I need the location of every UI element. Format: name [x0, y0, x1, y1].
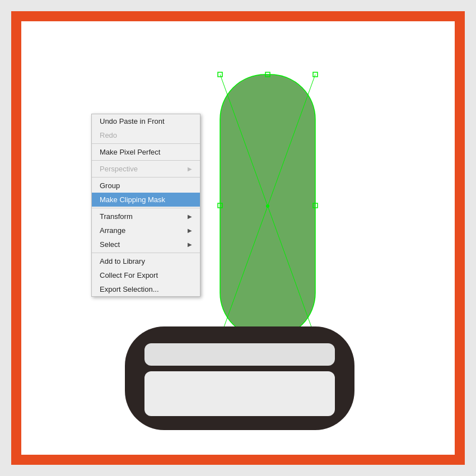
menu-item-make-clipping-mask[interactable]: Make Clipping Mask — [92, 193, 200, 207]
menu-item-arrange[interactable]: Arrange▶ — [92, 223, 200, 237]
menu-item-redo[interactable]: Redo — [92, 128, 200, 142]
context-menu: Undo Paste in FrontRedoMake Pixel Perfec… — [91, 114, 200, 297]
menu-separator — [92, 177, 200, 178]
menu-item-undo[interactable]: Undo Paste in Front — [92, 114, 200, 128]
menu-separator — [92, 208, 200, 208]
outer-border: Undo Paste in FrontRedoMake Pixel Perfec… — [11, 11, 465, 465]
illustration — [21, 21, 455, 455]
menu-item-label: Add to Library — [100, 257, 145, 265]
submenu-arrow-icon: ▶ — [188, 166, 192, 172]
svg-point-12 — [266, 204, 269, 208]
menu-item-label: Make Clipping Mask — [100, 195, 165, 204]
inner-canvas: Undo Paste in FrontRedoMake Pixel Perfec… — [21, 21, 455, 455]
menu-item-perspective[interactable]: Perspective▶ — [92, 162, 200, 176]
svg-rect-15 — [144, 371, 335, 416]
menu-item-label: Export Selection... — [100, 285, 159, 293]
menu-item-label: Undo Paste in Front — [100, 117, 165, 125]
submenu-arrow-icon: ▶ — [188, 213, 192, 220]
menu-item-group[interactable]: Group — [92, 179, 200, 193]
menu-item-label: Group — [100, 181, 120, 190]
menu-separator — [92, 143, 200, 144]
menu-item-label: Transform — [100, 212, 133, 221]
menu-item-make-pixel-perfect[interactable]: Make Pixel Perfect — [92, 145, 200, 159]
svg-rect-14 — [144, 343, 335, 366]
menu-item-label: Redo — [100, 131, 117, 139]
menu-item-collect-for-export[interactable]: Collect For Export — [92, 268, 200, 282]
submenu-arrow-icon: ▶ — [188, 227, 192, 234]
menu-item-label: Select — [100, 240, 120, 249]
menu-separator — [92, 160, 200, 161]
menu-item-select[interactable]: Select▶ — [92, 237, 200, 251]
menu-item-label: Collect For Export — [100, 271, 158, 279]
menu-item-export-selection[interactable]: Export Selection... — [92, 282, 200, 296]
menu-item-label: Arrange — [100, 226, 125, 235]
menu-item-label: Perspective — [100, 165, 138, 173]
menu-item-transform[interactable]: Transform▶ — [92, 209, 200, 223]
submenu-arrow-icon: ▶ — [188, 241, 192, 248]
menu-separator — [92, 253, 200, 253]
menu-item-label: Make Pixel Perfect — [100, 148, 160, 156]
menu-item-add-to-library[interactable]: Add to Library — [92, 254, 200, 268]
